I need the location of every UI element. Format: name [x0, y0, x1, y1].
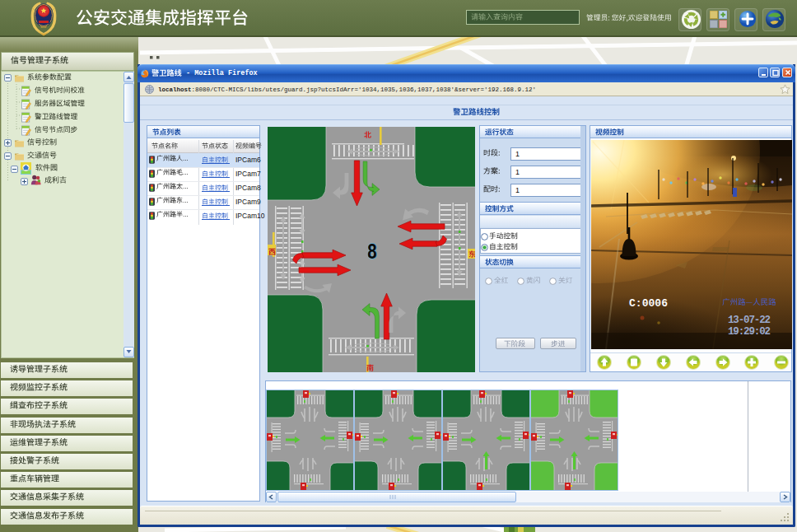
- svg-text:C:0006: C:0006: [629, 297, 668, 310]
- svg-text:19:29:02: 19:29:02: [728, 326, 771, 338]
- svg-text:8: 8: [367, 240, 377, 263]
- svg-text:13-07-22: 13-07-22: [728, 315, 771, 326]
